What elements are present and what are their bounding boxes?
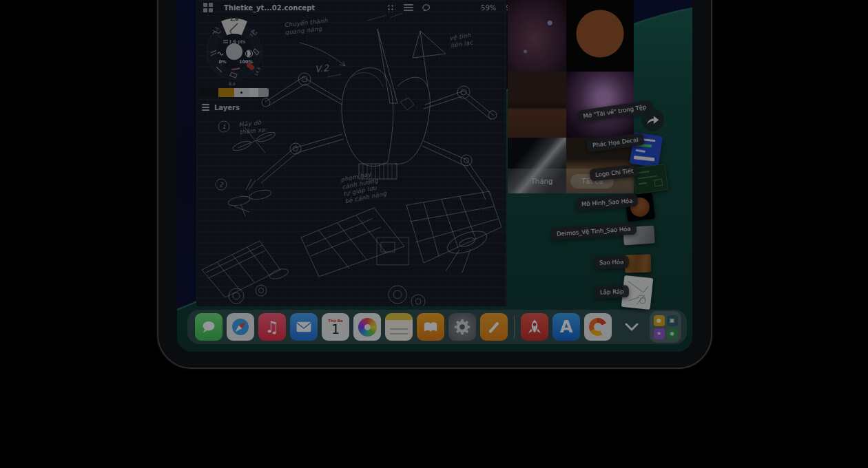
drone-marker-1: 1 xyxy=(222,124,225,130)
tool-wheel[interactable]: 1,6 1,5 8,5 14,5 8,9 1,6 pts 0% 100% xyxy=(198,14,270,89)
layers-panel-header[interactable]: Layers xyxy=(202,103,240,112)
dock-app-mail[interactable] xyxy=(290,313,318,341)
photo-mars-surface[interactable] xyxy=(508,72,566,138)
stroke-list-icon[interactable] xyxy=(404,3,413,12)
photos-flower-icon xyxy=(358,318,377,337)
dock-app-rocket[interactable] xyxy=(521,313,548,341)
recent-colors-strip[interactable] xyxy=(199,88,269,97)
dock-app-music[interactable]: ♫ xyxy=(258,313,286,341)
messages-bubble-icon xyxy=(200,319,218,335)
layers-menu-icon xyxy=(202,103,209,112)
zoom-level[interactable]: 59% xyxy=(481,4,496,12)
dock-app-concepts[interactable] xyxy=(584,313,612,341)
drone-marker-2: 2 xyxy=(219,182,223,188)
music-note-icon: ♫ xyxy=(265,318,280,336)
document-title[interactable]: Thietke_yt...02.concept xyxy=(224,4,315,12)
dock-app-photos[interactable] xyxy=(353,313,381,341)
books-open-book-icon xyxy=(422,319,440,334)
selected-size-label: 1,6 xyxy=(230,17,239,22)
wheel-center-knob[interactable] xyxy=(226,43,242,60)
photo-mars-globe[interactable] xyxy=(566,0,634,72)
drag-item-label[interactable]: Sao Hỏa xyxy=(594,255,630,269)
size-readout: 1,6 pts xyxy=(229,39,246,45)
dock-app-settings[interactable] xyxy=(448,313,476,341)
app-library-mini-green-icon: ◉ xyxy=(667,328,678,339)
selection-lasso-icon[interactable] xyxy=(422,3,431,12)
annotation-probe: Máy dò thăm xa: xyxy=(238,118,267,136)
rocket-icon xyxy=(525,317,544,337)
app-toolbar: Thietke_yt...02.concept 59% 90° PRO ? xyxy=(196,0,506,15)
gallery-grid-icon[interactable] xyxy=(203,3,213,12)
swatch-silver-selected[interactable] xyxy=(234,88,249,97)
photos-app-panel: Tháng Tất cả xyxy=(508,0,634,193)
share-button[interactable] xyxy=(641,109,664,131)
photo-nebula-horsehead[interactable] xyxy=(508,0,566,72)
dock-collapse-chevron[interactable] xyxy=(618,313,645,341)
app-library-mini-camera-icon: ▣ xyxy=(667,315,678,326)
app-store-a-icon: A xyxy=(560,317,573,337)
calendar-day: 1 xyxy=(331,323,340,335)
swatch-gray[interactable] xyxy=(258,88,269,97)
dock-app-messages[interactable] xyxy=(195,313,223,341)
notes-lines-icon xyxy=(390,328,408,330)
pressure-value: 0% xyxy=(218,59,227,65)
swatch-light[interactable] xyxy=(249,88,258,97)
annotation-version: V.2 xyxy=(314,63,329,75)
precision-grid-icon[interactable] xyxy=(386,3,395,12)
dock-app-sketch-pen[interactable] xyxy=(480,313,508,341)
dock-divider xyxy=(514,315,515,339)
opacity-value: 100% xyxy=(239,59,254,65)
swatch-gold[interactable] xyxy=(218,88,234,97)
app-library-mini-tips-icon: ● xyxy=(654,315,665,326)
dock-app-safari[interactable] xyxy=(227,313,254,341)
chevron-down-icon xyxy=(624,322,639,332)
dock-app-app-store[interactable]: A xyxy=(552,313,580,341)
swatch-black[interactable] xyxy=(199,88,218,97)
dock-app-calendar[interactable]: Thứ Ba 1 xyxy=(322,313,349,341)
layers-label: Layers xyxy=(214,104,240,111)
safari-compass-icon xyxy=(229,316,251,338)
app-library-mini-star-icon: ★ xyxy=(654,328,665,339)
drawing-app-canvas[interactable]: Thietke_yt...02.concept 59% 90° PRO ? xyxy=(196,0,506,306)
dock-app-notes[interactable] xyxy=(385,313,413,341)
concepts-c-icon xyxy=(589,318,607,336)
dock-app-books[interactable] xyxy=(417,313,444,341)
segment-size-4: 8,9 xyxy=(229,81,236,86)
pen-icon xyxy=(484,317,504,337)
dock: ♫ Thứ Ba 1 xyxy=(187,310,687,344)
share-arrow-icon xyxy=(646,115,659,125)
settings-gear-icon xyxy=(452,317,473,337)
photos-tab-months[interactable]: Tháng xyxy=(531,178,552,185)
ipad-screen: Thietke_yt...02.concept 59% 90° PRO ? xyxy=(177,0,692,352)
drag-item-label[interactable]: Lắp Ráp xyxy=(595,285,630,299)
mail-envelope-icon xyxy=(295,320,313,334)
dock-app-library[interactable]: ● ▣ ★ ◉ xyxy=(650,311,681,343)
